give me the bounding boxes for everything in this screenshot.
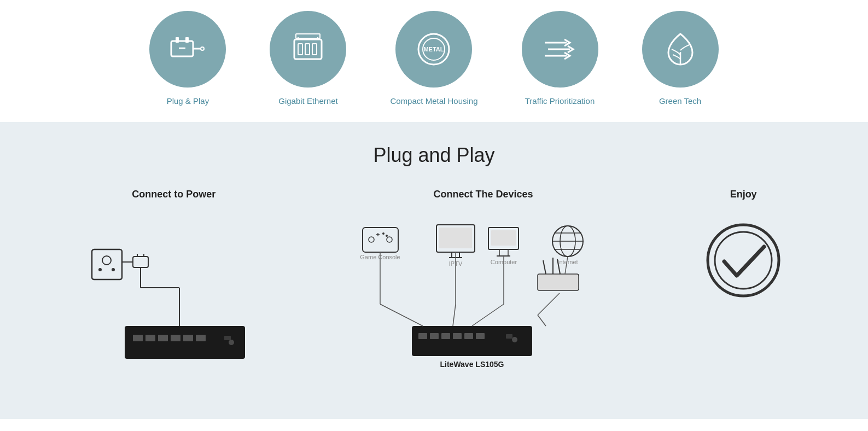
feature-traffic: Traffic Prioritization <box>522 11 598 106</box>
svg-point-46 <box>386 235 388 237</box>
connect-power-title: Connect to Power <box>132 189 215 200</box>
svg-text:METAL: METAL <box>424 46 444 53</box>
svg-point-45 <box>382 232 385 235</box>
svg-rect-66 <box>418 333 427 339</box>
metal-label: Compact Metal Housing <box>390 96 477 106</box>
plug-play-title: Plug and Play <box>33 144 835 167</box>
svg-rect-12 <box>296 34 320 38</box>
svg-rect-31 <box>125 326 245 359</box>
svg-line-75 <box>380 304 423 326</box>
svg-rect-67 <box>430 333 439 339</box>
svg-line-83 <box>543 260 546 274</box>
svg-rect-73 <box>506 334 512 339</box>
svg-line-79 <box>472 304 504 326</box>
feature-green: Green Tech <box>642 11 719 106</box>
traffic-icon <box>538 27 582 71</box>
svg-rect-37 <box>196 335 206 341</box>
step-enjoy: Enjoy <box>683 189 803 304</box>
ethernet-icon <box>286 27 330 71</box>
svg-rect-70 <box>464 333 473 339</box>
svg-line-80 <box>538 315 546 326</box>
svg-point-21 <box>102 256 111 265</box>
svg-point-88 <box>708 225 779 296</box>
green-circle <box>642 11 719 88</box>
svg-point-23 <box>112 268 115 271</box>
connect-devices-title: Connect The Devices <box>433 189 533 200</box>
plug-play-content: Connect to Power <box>33 189 835 392</box>
svg-point-4 <box>201 47 204 50</box>
svg-rect-68 <box>441 333 450 339</box>
svg-rect-9 <box>312 44 317 55</box>
feature-plug-play: Plug & Play <box>149 11 226 106</box>
svg-rect-39 <box>224 336 231 340</box>
gigabit-circle <box>270 11 346 88</box>
svg-rect-71 <box>476 333 485 339</box>
plug-play-icon <box>166 27 209 71</box>
enjoy-title: Enjoy <box>730 189 757 200</box>
svg-rect-40 <box>363 228 398 252</box>
svg-point-22 <box>98 268 102 271</box>
gigabit-label: Gigabit Ethernet <box>278 96 337 106</box>
svg-rect-56 <box>499 249 508 256</box>
feature-gigabit: Gigabit Ethernet <box>270 11 346 106</box>
svg-line-81 <box>538 293 560 315</box>
step-connect-devices: Connect The Devices Game Console IPTV <box>346 189 620 392</box>
devices-connection-diagram: Game Console IPTV Computer <box>352 217 614 392</box>
green-label: Green Tech <box>659 96 701 106</box>
svg-rect-7 <box>298 44 302 55</box>
svg-rect-49 <box>439 228 472 248</box>
svg-text:LiteWave LS105G: LiteWave LS105G <box>440 360 504 369</box>
svg-point-42 <box>387 237 392 242</box>
plug-play-section: Plug and Play Connect to Power <box>0 122 868 419</box>
features-section: Plug & Play Gigabit Ethernet METAL <box>0 0 868 122</box>
svg-rect-36 <box>183 335 193 341</box>
svg-rect-69 <box>453 333 462 339</box>
svg-rect-1 <box>176 37 179 43</box>
svg-point-38 <box>229 340 234 345</box>
enjoy-checkmark-icon <box>700 217 787 304</box>
svg-rect-8 <box>305 44 310 55</box>
plug-play-label: Plug & Play <box>167 96 209 106</box>
traffic-circle <box>522 11 598 88</box>
svg-rect-32 <box>133 335 143 341</box>
plug-play-circle <box>149 11 226 88</box>
step-connect-power: Connect to Power <box>65 189 283 392</box>
svg-rect-82 <box>538 274 579 290</box>
svg-rect-2 <box>185 37 189 43</box>
svg-rect-55 <box>491 230 516 246</box>
power-connection-diagram <box>70 217 278 392</box>
svg-point-72 <box>512 337 517 342</box>
svg-rect-34 <box>158 335 168 341</box>
green-icon <box>659 27 702 71</box>
svg-rect-35 <box>171 335 180 341</box>
metal-icon: METAL <box>412 27 456 71</box>
feature-metal: METAL Compact Metal Housing <box>390 11 477 106</box>
metal-circle: METAL <box>395 11 472 88</box>
svg-rect-33 <box>145 335 155 341</box>
svg-point-41 <box>369 237 374 242</box>
traffic-label: Traffic Prioritization <box>525 96 595 106</box>
svg-text:Internet: Internet <box>558 259 578 265</box>
svg-line-77 <box>453 304 456 326</box>
svg-rect-24 <box>133 257 148 267</box>
